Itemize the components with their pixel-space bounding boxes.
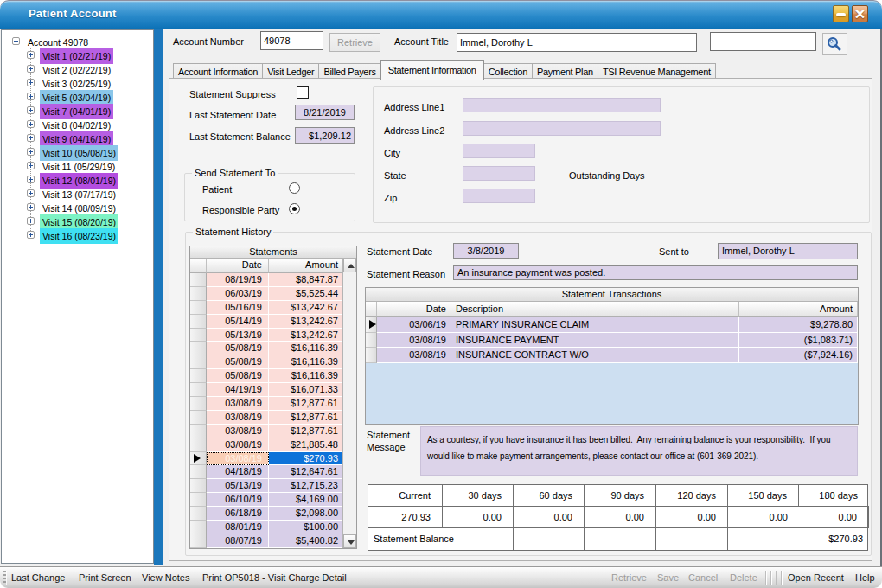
- tree-visit-item[interactable]: Visit 10 (05/08/19): [2, 145, 118, 159]
- zip-field[interactable]: [463, 189, 535, 203]
- statement-amount-cell[interactable]: $8,847.87: [269, 273, 342, 287]
- statement-row[interactable]: 05/08/19 $16,116.39: [190, 355, 356, 369]
- splitter[interactable]: [154, 29, 163, 565]
- statement-row[interactable]: 05/13/19 $13,242.67: [190, 329, 356, 342]
- statement-row[interactable]: 06/10/19 $4,169.00: [190, 493, 356, 507]
- transaction-amount-cell[interactable]: ($1,083.71): [739, 333, 858, 348]
- transaction-amount-cell[interactable]: ($7,924.16): [739, 348, 858, 363]
- statement-row[interactable]: 03/08/19 $12,877.61: [190, 425, 356, 438]
- statement-row[interactable]: 03/08/19 $12,877.61: [190, 411, 356, 425]
- statement-amount-cell[interactable]: $12,877.61: [269, 425, 342, 438]
- transaction-row[interactable]: 03/08/19 INSURANCE CONTRACT W/O ($7,924.…: [366, 348, 858, 363]
- responsible-party-radio[interactable]: [289, 203, 300, 214]
- statement-date-cell[interactable]: 03/08/19: [207, 397, 269, 411]
- account-number-input[interactable]: 49078: [260, 31, 323, 50]
- row-selector[interactable]: [190, 369, 207, 383]
- toolbar-button[interactable]: Delete: [730, 567, 757, 588]
- tree-visit-label[interactable]: Visit 16 (08/23/19): [40, 228, 118, 244]
- statement-amount-cell[interactable]: $16,116.39: [269, 342, 342, 355]
- statement-amount-cell[interactable]: $4,169.00: [269, 493, 342, 507]
- row-selector[interactable]: [366, 348, 377, 363]
- statement-amount-cell[interactable]: $5,525.44: [269, 287, 342, 301]
- row-selector[interactable]: [190, 438, 207, 452]
- scroll-up-button[interactable]: [343, 259, 356, 272]
- expand-icon[interactable]: [27, 134, 35, 142]
- statement-amount-cell[interactable]: $16,116.39: [269, 369, 342, 383]
- row-selector[interactable]: [190, 301, 207, 315]
- tree-root-account[interactable]: Account 49078: [2, 35, 118, 48]
- expand-icon[interactable]: [27, 231, 35, 239]
- transaction-description-cell[interactable]: INSURANCE CONTRACT W/O: [451, 348, 739, 363]
- statement-row[interactable]: 05/13/19 $12,715.23: [190, 479, 356, 493]
- collapse-icon[interactable]: [12, 37, 20, 45]
- toolbar-grip[interactable]: [3, 571, 7, 585]
- row-selector[interactable]: [190, 534, 207, 548]
- statement-row[interactable]: 06/03/19 $5,525.44: [190, 287, 356, 301]
- transaction-description-cell[interactable]: PRIMARY INSURANCE CLAIM: [451, 317, 739, 333]
- statement-amount-cell[interactable]: $270.93: [269, 452, 342, 466]
- statement-amount-cell[interactable]: $16,116.39: [269, 355, 342, 369]
- amount-column-header[interactable]: Amount: [739, 302, 858, 317]
- statement-amount-cell[interactable]: $100.00: [269, 521, 342, 534]
- row-selector[interactable]: [190, 342, 207, 355]
- row-selector[interactable]: [190, 315, 207, 329]
- statement-amount-cell[interactable]: $2,098.00: [269, 507, 342, 521]
- row-selector[interactable]: [190, 287, 207, 301]
- statements-scrollbar[interactable]: [342, 259, 356, 548]
- statement-row[interactable]: 05/16/19 $13,242.67: [190, 301, 356, 315]
- statement-row[interactable]: 05/14/19 $13,242.67: [190, 315, 356, 329]
- account-title-input[interactable]: Immel, Dorothy L: [457, 33, 697, 52]
- close-button[interactable]: ✕: [852, 5, 868, 22]
- statement-row[interactable]: 05/08/19 $16,116.39: [190, 342, 356, 355]
- statement-amount-cell[interactable]: $12,877.61: [269, 397, 342, 411]
- description-column-header[interactable]: Description: [451, 302, 739, 317]
- statement-date-cell[interactable]: 06/10/19: [207, 493, 269, 507]
- statement-amount-cell[interactable]: $12,647.61: [269, 465, 342, 479]
- transaction-amount-cell[interactable]: $9,278.80: [739, 317, 858, 333]
- statement-date-cell[interactable]: 08/19/19: [207, 273, 269, 287]
- statement-date-cell[interactable]: 03/08/19: [207, 411, 269, 425]
- statement-row[interactable]: 06/18/19 $2,098.00: [190, 507, 356, 521]
- expand-icon[interactable]: [27, 79, 35, 86]
- city-field[interactable]: [463, 144, 535, 158]
- row-selector[interactable]: [190, 397, 207, 411]
- row-selector[interactable]: [190, 411, 207, 425]
- expand-icon[interactable]: [27, 106, 35, 114]
- transaction-description-cell[interactable]: INSURANCE PAYMENT: [451, 333, 739, 348]
- statement-date-cell[interactable]: 05/13/19: [207, 479, 269, 493]
- toolbar-button[interactable]: Retrieve: [611, 567, 647, 588]
- statement-reason-field[interactable]: An insurance payment was posted.: [453, 265, 858, 280]
- statement-date-cell[interactable]: 05/13/19: [207, 329, 269, 342]
- expand-icon[interactable]: [27, 51, 35, 59]
- search-button[interactable]: [822, 33, 847, 55]
- scroll-down-button[interactable]: [343, 534, 356, 548]
- address-line1-field[interactable]: [463, 98, 661, 112]
- statement-amount-cell[interactable]: $5,400.82: [269, 534, 342, 548]
- row-selector[interactable]: [190, 479, 207, 493]
- tree-visit-item[interactable]: Visit 16 (08/23/19): [2, 228, 118, 242]
- toolbar-button[interactable]: Last Change: [11, 567, 65, 588]
- statement-date-cell[interactable]: 06/03/19: [207, 287, 269, 301]
- address-line2-field[interactable]: [463, 121, 661, 136]
- tree-visit-item[interactable]: Visit 1 (02/21/19): [2, 48, 118, 62]
- statement-row[interactable]: 04/18/19 $12,647.61: [190, 465, 356, 479]
- row-selector[interactable]: [190, 425, 207, 438]
- statement-date-cell[interactable]: 05/08/19: [207, 342, 269, 355]
- statement-row[interactable]: 05/08/19 $16,116.39: [190, 369, 356, 383]
- statement-row[interactable]: 08/19/19 $8,847.87: [190, 273, 356, 287]
- minimize-button[interactable]: [833, 5, 849, 22]
- transaction-row[interactable]: 03/08/19 INSURANCE PAYMENT ($1,083.71): [366, 333, 858, 348]
- toolbar-button[interactable]: Open Recent: [788, 567, 844, 588]
- statement-date-cell[interactable]: 05/08/19: [207, 355, 269, 369]
- statement-date-cell[interactable]: 06/18/19: [207, 507, 269, 521]
- transaction-row[interactable]: 03/06/19 PRIMARY INSURANCE CLAIM $9,278.…: [366, 317, 858, 333]
- last-statement-date-field[interactable]: 8/21/2019: [295, 105, 355, 120]
- statement-suppress-checkbox[interactable]: [297, 86, 309, 99]
- statement-date-cell[interactable]: 08/07/19: [207, 534, 269, 548]
- tree-visit-item[interactable]: Visit 8 (04/02/19): [2, 118, 118, 131]
- retrieve-button[interactable]: Retrieve: [329, 33, 380, 52]
- statement-amount-cell[interactable]: $13,242.67: [269, 301, 342, 315]
- toolbar-button[interactable]: Cancel: [688, 567, 718, 588]
- expand-icon[interactable]: [27, 189, 35, 197]
- expand-icon[interactable]: [27, 120, 35, 128]
